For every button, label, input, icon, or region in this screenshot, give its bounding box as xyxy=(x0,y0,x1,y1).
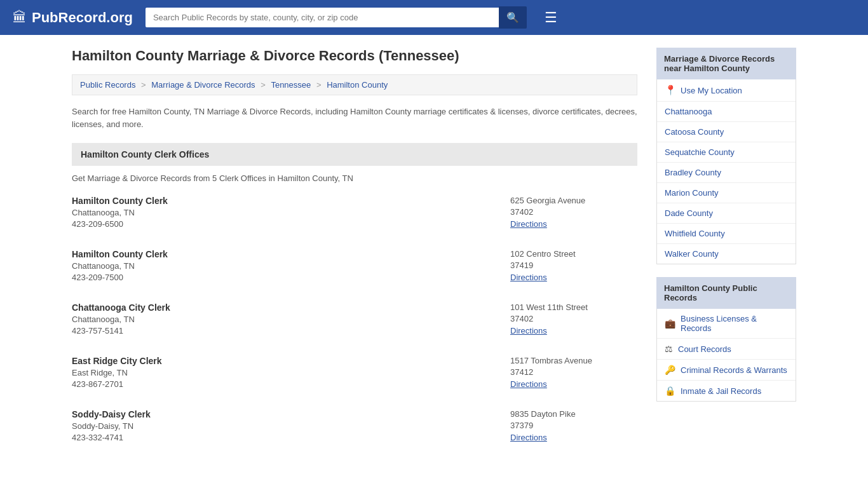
nearby-link-8[interactable]: Walker County xyxy=(665,249,719,259)
search-input[interactable] xyxy=(146,8,499,27)
section-subtext: Get Marriage & Divorce Records from 5 Cl… xyxy=(72,173,637,183)
record-icon-2: 🔑 xyxy=(665,365,675,375)
clerk-zip-1: 37419 xyxy=(510,261,637,270)
clerk-left-4: Soddy-Daisy Clerk Soddy-Daisy, TN 423-33… xyxy=(72,409,151,442)
logo-text: PubRecord.org xyxy=(32,10,133,26)
clerk-city-3: East Ridge, TN xyxy=(72,368,162,377)
nearby-link-4[interactable]: Bradley County xyxy=(665,168,721,177)
clerk-name-4: Soddy-Daisy Clerk xyxy=(72,409,151,419)
search-icon: 🔍 xyxy=(506,12,519,23)
nearby-item-7[interactable]: Whitfield County xyxy=(657,224,796,244)
breadcrumb-sep-1: > xyxy=(141,80,148,90)
clerk-phone-0: 423-209-6500 xyxy=(72,219,168,229)
public-record-item-2[interactable]: 🔑Criminal Records & Warrants xyxy=(657,360,796,381)
public-record-link-1[interactable]: Court Records xyxy=(678,344,731,354)
breadcrumb-public-records[interactable]: Public Records xyxy=(80,80,135,90)
record-icon-0: 💼 xyxy=(665,318,675,329)
clerk-right-4: 9835 Dayton Pike 37379 Directions xyxy=(510,409,637,442)
nearby-link-2[interactable]: Catoosa County xyxy=(665,127,724,137)
clerk-zip-0: 37402 xyxy=(510,207,637,217)
logo[interactable]: 🏛 PubRecord.org xyxy=(13,10,133,26)
clerk-city-0: Chattanooga, TN xyxy=(72,208,168,217)
page-title: Hamilton County Marriage & Divorce Recor… xyxy=(72,48,637,64)
nearby-item-2[interactable]: Catoosa County xyxy=(657,122,796,142)
clerk-right-0: 625 Georgia Avenue 37402 Directions xyxy=(510,196,637,229)
clerk-phone-1: 423-209-7500 xyxy=(72,273,168,282)
clerk-entry: East Ridge City Clerk East Ridge, TN 423… xyxy=(72,356,637,391)
nearby-item-0[interactable]: 📍Use My Location xyxy=(657,79,796,102)
nearby-link-7[interactable]: Whitfield County xyxy=(665,229,725,238)
breadcrumb: Public Records > Marriage & Divorce Reco… xyxy=(72,74,637,95)
clerk-name-3: East Ridge City Clerk xyxy=(72,356,162,366)
clerk-right-1: 102 Centro Street 37419 Directions xyxy=(510,249,637,282)
page-description: Search for free Hamilton County, TN Marr… xyxy=(72,105,637,130)
clerk-address-3: 1517 Tombras Avenue xyxy=(510,356,637,365)
clerk-left-3: East Ridge City Clerk East Ridge, TN 423… xyxy=(72,356,162,389)
nearby-item-8[interactable]: Walker County xyxy=(657,244,796,264)
directions-link-1[interactable]: Directions xyxy=(510,273,547,282)
nearby-item-1[interactable]: Chattanooga xyxy=(657,102,796,122)
directions-link-0[interactable]: Directions xyxy=(510,219,547,229)
main-container: Hamilton County Marriage & Divorce Recor… xyxy=(53,35,815,475)
nearby-header: Marriage & Divorce Records near Hamilton… xyxy=(656,48,796,79)
clerk-city-1: Chattanooga, TN xyxy=(72,261,168,271)
clerk-entry: Soddy-Daisy Clerk Soddy-Daisy, TN 423-33… xyxy=(72,409,637,445)
public-record-link-0[interactable]: Business Licenses & Records xyxy=(681,314,788,333)
nearby-item-4[interactable]: Bradley County xyxy=(657,163,796,183)
use-location-link[interactable]: Use My Location xyxy=(681,86,742,95)
clerk-zip-2: 37402 xyxy=(510,314,637,323)
nearby-link-5[interactable]: Marion County xyxy=(665,188,719,198)
clerk-name-2: Chattanooga City Clerk xyxy=(72,302,170,313)
clerk-name-0: Hamilton County Clerk xyxy=(72,196,168,206)
directions-link-4[interactable]: Directions xyxy=(510,433,547,442)
nearby-item-5[interactable]: Marion County xyxy=(657,183,796,203)
clerk-entry: Chattanooga City Clerk Chattanooga, TN 4… xyxy=(72,302,637,338)
clerk-address-2: 101 West 11th Street xyxy=(510,302,637,312)
nearby-link-3[interactable]: Sequatchie County xyxy=(665,147,735,157)
clerk-name-1: Hamilton County Clerk xyxy=(72,249,168,259)
nearby-link-6[interactable]: Dade County xyxy=(665,208,713,218)
site-header: 🏛 PubRecord.org 🔍 ☰ xyxy=(0,0,868,35)
clerk-right-3: 1517 Tombras Avenue 37412 Directions xyxy=(510,356,637,389)
breadcrumb-hamilton[interactable]: Hamilton County xyxy=(327,80,388,90)
public-record-item-3[interactable]: 🔒Inmate & Jail Records xyxy=(657,381,796,401)
breadcrumb-tennessee[interactable]: Tennessee xyxy=(271,80,311,90)
public-record-item-0[interactable]: 💼Business Licenses & Records xyxy=(657,309,796,339)
clerk-entry: Hamilton County Clerk Chattanooga, TN 42… xyxy=(72,196,637,231)
nearby-item-6[interactable]: Dade County xyxy=(657,203,796,224)
nearby-item-3[interactable]: Sequatchie County xyxy=(657,142,796,163)
directions-link-2[interactable]: Directions xyxy=(510,326,547,336)
content-area: Hamilton County Marriage & Divorce Recor… xyxy=(72,48,637,463)
public-records-header: Hamilton County Public Records xyxy=(656,277,796,309)
clerk-zip-4: 37379 xyxy=(510,421,637,430)
clerk-zip-3: 37412 xyxy=(510,367,637,377)
clerk-phone-3: 423-867-2701 xyxy=(72,379,162,389)
clerk-left-0: Hamilton County Clerk Chattanooga, TN 42… xyxy=(72,196,168,229)
clerk-left-2: Chattanooga City Clerk Chattanooga, TN 4… xyxy=(72,302,170,336)
clerk-address-0: 625 Georgia Avenue xyxy=(510,196,637,205)
clerk-phone-2: 423-757-5141 xyxy=(72,326,170,336)
public-record-item-1[interactable]: ⚖Court Records xyxy=(657,339,796,360)
directions-link-3[interactable]: Directions xyxy=(510,379,547,389)
nearby-list: 📍Use My LocationChattanoogaCatoosa Count… xyxy=(656,79,796,264)
nearby-link-1[interactable]: Chattanooga xyxy=(665,107,712,116)
menu-button[interactable]: ☰ xyxy=(539,7,562,29)
public-record-link-3[interactable]: Inmate & Jail Records xyxy=(681,386,761,396)
clerk-right-2: 101 West 11th Street 37402 Directions xyxy=(510,302,637,336)
clerk-address-1: 102 Centro Street xyxy=(510,249,637,259)
clerk-city-4: Soddy-Daisy, TN xyxy=(72,421,151,431)
clerk-left-1: Hamilton County Clerk Chattanooga, TN 42… xyxy=(72,249,168,282)
section-header: Hamilton County Clerk Offices xyxy=(72,143,637,166)
location-pin-icon: 📍 xyxy=(665,85,677,96)
breadcrumb-marriage-divorce[interactable]: Marriage & Divorce Records xyxy=(151,80,255,90)
clerk-list: Hamilton County Clerk Chattanooga, TN 42… xyxy=(72,196,637,445)
breadcrumb-sep-2: > xyxy=(261,80,268,90)
public-records-list: 💼Business Licenses & Records⚖Court Recor… xyxy=(656,309,796,402)
public-record-link-2[interactable]: Criminal Records & Warrants xyxy=(681,365,787,375)
record-icon-3: 🔒 xyxy=(665,386,675,396)
search-button[interactable]: 🔍 xyxy=(499,6,527,29)
clerk-phone-4: 423-332-4741 xyxy=(72,433,151,442)
search-bar: 🔍 xyxy=(146,6,527,29)
record-icon-1: ⚖ xyxy=(665,344,673,354)
sidebar: Marriage & Divorce Records near Hamilton… xyxy=(656,48,796,463)
